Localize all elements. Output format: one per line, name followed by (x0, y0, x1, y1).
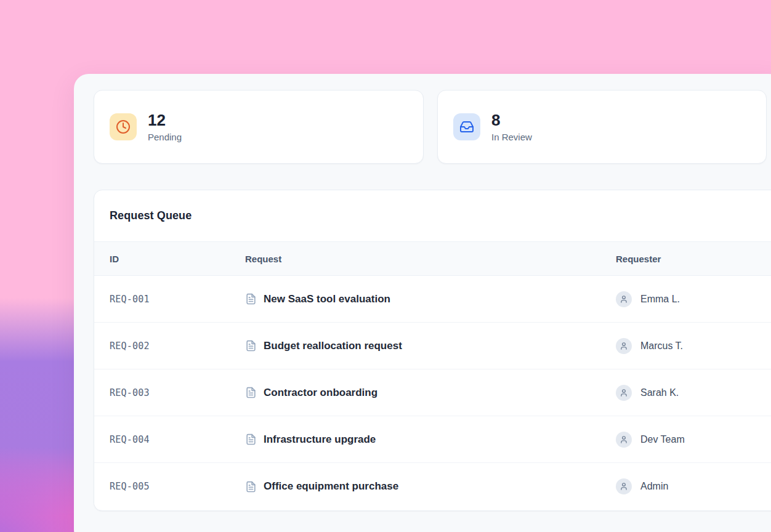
requester-name: Emma L. (640, 294, 680, 305)
in-review-count: 8 (491, 111, 532, 130)
stat-card-in-review: 8 In Review (437, 90, 767, 164)
avatar (616, 385, 632, 401)
in-review-label: In Review (491, 132, 532, 142)
table-row[interactable]: REQ-002 Budget reallocation request (94, 323, 771, 369)
requester-name: Marcus T. (640, 341, 683, 352)
requester-name: Dev Team (640, 434, 685, 445)
document-icon (245, 387, 257, 398)
column-header-id: ID (110, 254, 245, 264)
document-icon (245, 433, 257, 445)
request-name-cell: Office equipment purchase (245, 480, 616, 493)
inbox-icon (453, 113, 480, 140)
request-name-cell: New SaaS tool evaluation (245, 293, 616, 305)
requester-cell: Dev Team (616, 432, 771, 448)
requester-name: Sarah K. (640, 387, 679, 398)
column-header-requester: Requester (616, 254, 771, 264)
request-name-cell: Contractor onboarding (245, 387, 616, 399)
request-id: REQ-003 (110, 387, 245, 398)
request-id: REQ-001 (110, 294, 245, 305)
table-row[interactable]: REQ-004 Infrastructure upgrade D (94, 416, 771, 463)
requester-cell: Marcus T. (616, 338, 771, 354)
requester-name: Admin (640, 481, 668, 492)
document-icon (245, 293, 257, 305)
requester-cell: Admin (616, 478, 771, 494)
request-id: REQ-004 (110, 434, 245, 445)
main-panel: 12 Pending 8 In Review Request Queue (74, 74, 771, 532)
table-row[interactable]: REQ-005 Office equipment purchase (94, 463, 771, 510)
request-name-cell: Budget reallocation request (245, 340, 616, 352)
request-title: Budget reallocation request (264, 340, 402, 352)
request-queue-card: Request Queue ID Request Requester REQ-0… (94, 190, 771, 511)
requester-cell: Emma L. (616, 291, 771, 307)
table-body: REQ-001 New SaaS tool evaluation (94, 276, 771, 510)
table-row[interactable]: REQ-001 New SaaS tool evaluation (94, 276, 771, 323)
avatar (616, 478, 632, 494)
avatar (616, 291, 632, 307)
request-title: Office equipment purchase (264, 480, 398, 493)
request-id: REQ-002 (110, 341, 245, 352)
request-id: REQ-005 (110, 481, 245, 492)
document-icon (245, 340, 257, 352)
clock-icon (110, 113, 137, 140)
table-header-row: ID Request Requester (94, 242, 771, 276)
pending-count: 12 (148, 111, 182, 130)
column-header-request: Request (245, 254, 616, 264)
table-title-row: Request Queue (94, 190, 771, 242)
request-name-cell: Infrastructure upgrade (245, 433, 616, 446)
requester-cell: Sarah K. (616, 385, 771, 401)
request-title: New SaaS tool evaluation (264, 293, 390, 305)
avatar (616, 338, 632, 354)
stat-card-pending: 12 Pending (94, 90, 424, 164)
document-icon (245, 481, 257, 493)
request-title: Contractor onboarding (264, 387, 377, 399)
page-title: Request Queue (110, 209, 192, 222)
avatar (616, 432, 632, 448)
table-row[interactable]: REQ-003 Contractor onboarding Sa (94, 369, 771, 416)
desktop-background: 12 Pending 8 In Review Request Queue (0, 0, 771, 532)
pending-label: Pending (148, 132, 182, 142)
request-title: Infrastructure upgrade (264, 433, 376, 446)
